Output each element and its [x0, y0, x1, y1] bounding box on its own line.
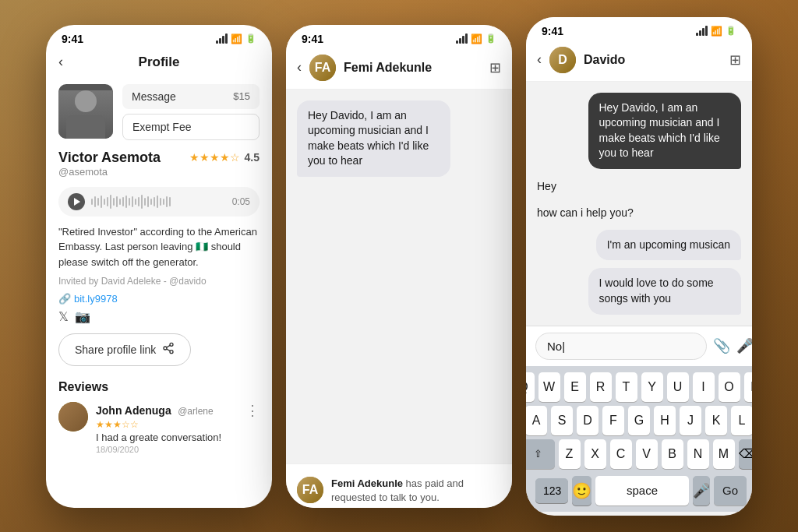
- key-M[interactable]: M: [713, 439, 735, 469]
- wave-bar: [166, 196, 168, 207]
- key-V[interactable]: V: [636, 439, 658, 469]
- message-text-1: Hey Davido, I am an upcoming musician an…: [308, 109, 429, 167]
- signal-icon-2: [456, 33, 468, 44]
- wave-bar: [147, 196, 149, 207]
- wave-bar: [113, 198, 115, 206]
- key-Y[interactable]: Y: [641, 372, 663, 402]
- key-B[interactable]: B: [662, 439, 683, 469]
- key-I[interactable]: I: [693, 372, 715, 402]
- number-key[interactable]: 123: [535, 478, 568, 503]
- key-C[interactable]: C: [610, 439, 632, 469]
- battery-icon-3: 🔋: [726, 26, 736, 36]
- wave-bar: [150, 199, 152, 205]
- share-profile-button[interactable]: Share profile link: [58, 333, 191, 366]
- key-A[interactable]: A: [526, 406, 547, 435]
- key-P[interactable]: P: [744, 372, 753, 402]
- key-Q[interactable]: Q: [526, 372, 535, 402]
- instagram-icon[interactable]: 📷: [75, 309, 90, 324]
- back-button-2[interactable]: ‹: [297, 59, 302, 76]
- phone-chat-active: 9:41 📶 🔋 ‹ D Davido ⊞: [526, 17, 752, 516]
- key-O[interactable]: O: [719, 372, 740, 402]
- phones-container: 9:41 📶 🔋 ‹ Profile: [0, 0, 798, 532]
- battery-icon-1: 🔋: [245, 33, 256, 44]
- video-icon-2[interactable]: ⊞: [489, 59, 501, 76]
- wave-bar: [144, 198, 146, 206]
- phone-chat-request: 9:41 📶 🔋 ‹ FA Femi Adekunle ⊞: [286, 25, 512, 508]
- wave-bar: [119, 199, 121, 205]
- svg-point-2: [170, 351, 173, 354]
- key-R[interactable]: R: [590, 372, 612, 402]
- keyboard-row-2: A S D F G H J K L: [529, 406, 749, 435]
- chat-input-field[interactable]: [535, 333, 707, 360]
- review-date: 18/09/2020: [96, 445, 260, 454]
- go-key[interactable]: Go: [714, 476, 747, 506]
- key-N[interactable]: N: [687, 439, 709, 469]
- wave-bar: [132, 196, 133, 207]
- chat-header-2: ‹ FA Femi Adekunle ⊞: [286, 48, 512, 90]
- audio-duration: 0:05: [232, 196, 250, 207]
- back-button-1[interactable]: ‹: [58, 54, 63, 70]
- wifi-icon-1: 📶: [231, 33, 242, 44]
- space-key[interactable]: space: [595, 476, 689, 506]
- attachment-icon[interactable]: 📎: [713, 337, 730, 354]
- wave-bar: [107, 197, 108, 206]
- message-text-3-3: I'm an upcoming musican: [607, 238, 730, 251]
- message-bubble-received-1: Hey Davido, I am an upcoming musician an…: [297, 100, 450, 177]
- chat-avatar-3: D: [549, 47, 576, 73]
- key-X[interactable]: X: [584, 439, 606, 469]
- key-W[interactable]: W: [538, 372, 560, 402]
- battery-icon-2: 🔋: [486, 33, 496, 44]
- profile-rating: ★★★★☆ 4.5: [189, 151, 260, 164]
- more-options-icon[interactable]: ⋮: [245, 402, 260, 419]
- wave-bar: [94, 196, 96, 207]
- back-button-3[interactable]: ‹: [537, 51, 542, 68]
- wave-bar: [91, 199, 93, 205]
- reviewer-name: John Adenuga: [96, 404, 171, 417]
- message-price: $15: [233, 90, 250, 102]
- avatar-body: [66, 115, 105, 139]
- key-K[interactable]: K: [705, 406, 727, 435]
- key-D[interactable]: D: [577, 406, 598, 435]
- key-Z[interactable]: Z: [559, 439, 581, 469]
- exempt-fee-label: Exempt Fee: [132, 121, 191, 133]
- key-U[interactable]: U: [667, 372, 689, 402]
- key-J[interactable]: J: [680, 406, 701, 435]
- key-T[interactable]: T: [616, 372, 637, 402]
- key-L[interactable]: L: [731, 406, 752, 435]
- message-button[interactable]: Message $15: [122, 84, 260, 109]
- message-3-2: how can i help you?: [537, 203, 634, 222]
- emoji-key[interactable]: 🙂: [572, 476, 591, 506]
- payment-info-row: FA Femi Adekunle has paid and requested …: [297, 477, 501, 505]
- key-E[interactable]: E: [564, 372, 586, 402]
- wave-bar: [97, 198, 99, 206]
- twitter-icon[interactable]: 𝕏: [58, 309, 69, 324]
- wave-bar: [129, 198, 130, 206]
- backspace-key[interactable]: ⌫: [739, 439, 753, 469]
- mic-key[interactable]: 🎤: [693, 476, 710, 506]
- chat-name-3: Davido: [584, 53, 722, 67]
- key-G[interactable]: G: [628, 406, 650, 435]
- wifi-icon-3: 📶: [711, 26, 722, 37]
- message-bubble-3-0: Hey Davido, I am an upcoming musician an…: [588, 93, 742, 169]
- wifi-icon-2: 📶: [471, 33, 482, 44]
- reviews-title: Reviews: [58, 380, 260, 394]
- svg-point-0: [170, 343, 173, 346]
- chat-messages-3: Hey Davido, I am an upcoming musician an…: [526, 82, 752, 326]
- key-S[interactable]: S: [551, 406, 573, 435]
- profile-link-section[interactable]: 🔗 bit.ly9978: [46, 290, 272, 308]
- key-H[interactable]: H: [654, 406, 676, 435]
- video-icon-3[interactable]: ⊞: [729, 51, 741, 69]
- shift-key[interactable]: ⇧: [526, 439, 555, 469]
- wave-bar: [138, 197, 139, 206]
- payment-sender: Femi Adekunle: [331, 477, 403, 489]
- profile-name-section: Victor Asemota @asemota ★★★★☆ 4.5: [46, 146, 272, 182]
- profile-action-buttons: Message $15 Exempt Fee: [122, 84, 260, 140]
- microphone-icon-input[interactable]: 🎤: [736, 337, 752, 354]
- play-button[interactable]: [68, 193, 85, 210]
- key-F[interactable]: F: [602, 406, 624, 435]
- profile-bio: "Retired Investor" according to the Amer…: [46, 221, 272, 273]
- exempt-fee-button[interactable]: Exempt Fee: [122, 114, 260, 140]
- reviewer-identity: John Adenuga @arlene: [96, 403, 214, 417]
- status-time-2: 9:41: [302, 33, 323, 45]
- payment-avatar-initials: FA: [297, 477, 323, 503]
